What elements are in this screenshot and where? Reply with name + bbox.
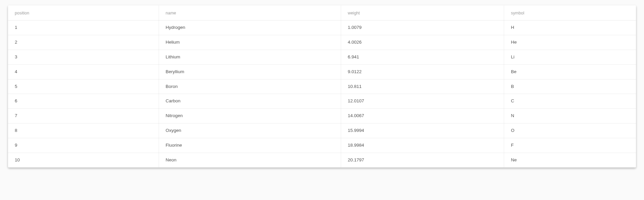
table-row: 1 Hydrogen 1.0079 H (8, 20, 636, 35)
cell-position: 10 (8, 153, 159, 167)
table-row: 4 Beryllium 9.0122 Be (8, 64, 636, 79)
cell-name: Carbon (159, 94, 341, 109)
cell-position: 8 (8, 123, 159, 138)
cell-symbol: N (504, 109, 636, 123)
elements-table: position name weight symbol 1 Hydrogen 1… (8, 5, 636, 167)
cell-weight: 12.0107 (341, 94, 504, 109)
cell-symbol: O (504, 123, 636, 138)
cell-name: Fluorine (159, 138, 341, 153)
cell-symbol: B (504, 79, 636, 94)
cell-name: Nitrogen (159, 109, 341, 123)
table-row: 5 Boron 10.811 B (8, 79, 636, 94)
cell-weight: 14.0067 (341, 109, 504, 123)
elements-table-card: position name weight symbol 1 Hydrogen 1… (8, 5, 636, 167)
table-row: 3 Lithium 6.941 Li (8, 50, 636, 64)
cell-symbol: H (504, 20, 636, 35)
cell-position: 2 (8, 35, 159, 50)
table-row: 2 Helium 4.0026 He (8, 35, 636, 50)
cell-symbol: C (504, 94, 636, 109)
table-row: 8 Oxygen 15.9994 O (8, 123, 636, 138)
cell-position: 9 (8, 138, 159, 153)
header-symbol[interactable]: symbol (504, 5, 636, 20)
cell-position: 3 (8, 50, 159, 64)
cell-weight: 20.1797 (341, 153, 504, 167)
header-weight[interactable]: weight (341, 5, 504, 20)
cell-weight: 18.9984 (341, 138, 504, 153)
cell-position: 4 (8, 64, 159, 79)
cell-symbol: Li (504, 50, 636, 64)
cell-symbol: Be (504, 64, 636, 79)
cell-weight: 9.0122 (341, 64, 504, 79)
cell-symbol: He (504, 35, 636, 50)
cell-position: 1 (8, 20, 159, 35)
header-name[interactable]: name (159, 5, 341, 20)
cell-name: Lithium (159, 50, 341, 64)
cell-name: Beryllium (159, 64, 341, 79)
cell-weight: 1.0079 (341, 20, 504, 35)
cell-name: Helium (159, 35, 341, 50)
table-row: 10 Neon 20.1797 Ne (8, 153, 636, 167)
cell-symbol: Ne (504, 153, 636, 167)
cell-name: Boron (159, 79, 341, 94)
cell-symbol: F (504, 138, 636, 153)
table-body: 1 Hydrogen 1.0079 H 2 Helium 4.0026 He 3… (8, 20, 636, 167)
table-row: 6 Carbon 12.0107 C (8, 94, 636, 109)
header-position[interactable]: position (8, 5, 159, 20)
table-row: 9 Fluorine 18.9984 F (8, 138, 636, 153)
cell-position: 7 (8, 109, 159, 123)
table-header-row: position name weight symbol (8, 5, 636, 20)
cell-name: Oxygen (159, 123, 341, 138)
cell-weight: 6.941 (341, 50, 504, 64)
cell-weight: 15.9994 (341, 123, 504, 138)
cell-name: Hydrogen (159, 20, 341, 35)
cell-name: Neon (159, 153, 341, 167)
table-row: 7 Nitrogen 14.0067 N (8, 109, 636, 123)
cell-weight: 10.811 (341, 79, 504, 94)
cell-weight: 4.0026 (341, 35, 504, 50)
cell-position: 5 (8, 79, 159, 94)
cell-position: 6 (8, 94, 159, 109)
